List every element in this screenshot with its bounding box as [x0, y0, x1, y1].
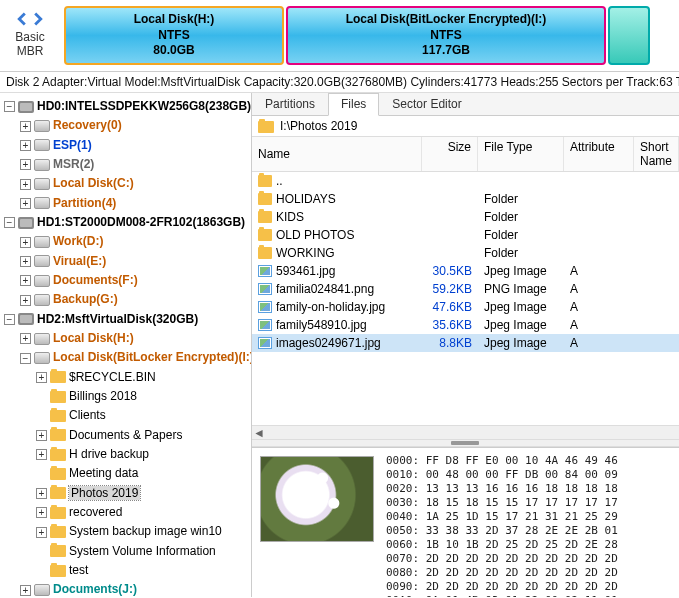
h-scrollbar[interactable]: ◄ [252, 425, 679, 439]
file-row[interactable]: familia024841.png59.2KBPNG ImageA [252, 280, 679, 298]
expander-icon[interactable] [36, 411, 47, 422]
expander-icon[interactable]: + [36, 488, 47, 499]
tree-item[interactable]: Documents & Papers [69, 428, 182, 442]
tab-files[interactable]: Files [328, 93, 379, 116]
path-bar[interactable]: I:\Photos 2019 [252, 116, 679, 137]
image-icon [258, 265, 272, 277]
col-attr[interactable]: Attribute [564, 137, 634, 171]
expander-icon[interactable] [36, 391, 47, 402]
file-type: Folder [478, 191, 564, 207]
expander-icon[interactable] [36, 469, 47, 480]
expander-icon[interactable]: + [36, 372, 47, 383]
file-list[interactable]: ..HOLIDAYSFolderKIDSFolderOLD PHOTOSFold… [252, 172, 679, 425]
disk-icon [18, 313, 34, 325]
volume-icon [34, 139, 50, 151]
tree-item[interactable]: MSR(2) [53, 157, 94, 171]
grip-icon [451, 441, 479, 445]
expander-icon[interactable]: + [20, 275, 31, 286]
tree-item[interactable]: Local Disk(C:) [53, 177, 134, 191]
file-type [478, 173, 564, 189]
tab-sector-editor[interactable]: Sector Editor [379, 93, 474, 115]
tree-item[interactable]: Clients [69, 409, 106, 423]
file-row[interactable]: .. [252, 172, 679, 190]
partition-i[interactable]: Local Disk(BitLocker Encrypted)(I:)NTFS1… [286, 6, 606, 65]
tree-hd0[interactable]: HD0:INTELSSDPEKKW256G8(238GB) [37, 99, 251, 113]
file-row[interactable]: HOLIDAYSFolder [252, 190, 679, 208]
file-row[interactable]: family548910.jpg35.6KBJpeg ImageA [252, 316, 679, 334]
tree-hd2[interactable]: HD2:MsftVirtualDisk(320GB) [37, 312, 198, 326]
col-size[interactable]: Size [422, 137, 478, 171]
partition-h[interactable]: Local Disk(H:)NTFS80.0GB [64, 6, 284, 65]
col-short[interactable]: Short Name [634, 137, 679, 171]
device-tree[interactable]: −HD0:INTELSSDPEKKW256G8(238GB) +Recovery… [0, 93, 252, 597]
expander-icon[interactable]: − [4, 314, 15, 325]
expander-icon[interactable]: − [20, 353, 31, 364]
file-row[interactable]: KIDSFolder [252, 208, 679, 226]
file-size: 30.5KB [422, 263, 478, 279]
file-type: PNG Image [478, 281, 564, 297]
expander-icon[interactable]: − [4, 101, 15, 112]
expander-icon[interactable]: + [20, 198, 31, 209]
tree-item[interactable]: $RECYCLE.BIN [69, 370, 156, 384]
tree-vol-i[interactable]: Local Disk(BitLocker Encrypted)(I:) [53, 351, 252, 365]
tree-hd1[interactable]: HD1:ST2000DM008-2FR102(1863GB) [37, 215, 245, 229]
file-type: Jpeg Image [478, 299, 564, 315]
folder-icon [50, 449, 66, 461]
folder-icon [50, 371, 66, 383]
expander-icon[interactable]: + [36, 430, 47, 441]
volume-icon [34, 584, 50, 596]
expander-icon[interactable]: − [4, 217, 15, 228]
scroll-left-icon[interactable]: ◄ [252, 427, 266, 439]
tree-item[interactable]: Partition(4) [53, 196, 116, 210]
hex-view[interactable]: 0000: FF D8 FF E0 00 10 4A 46 49 46 0010… [382, 448, 679, 597]
expander-icon[interactable]: + [20, 159, 31, 170]
file-row[interactable]: WORKINGFolder [252, 244, 679, 262]
file-name: .. [276, 174, 283, 188]
tree-item[interactable]: Recovery(0) [53, 119, 122, 133]
expander-icon[interactable] [36, 565, 47, 576]
tree-item[interactable]: Photos 2019 [69, 486, 140, 500]
expander-icon[interactable]: + [20, 140, 31, 151]
expander-icon[interactable]: + [20, 333, 31, 344]
col-name[interactable]: Name [252, 137, 422, 171]
col-type[interactable]: File Type [478, 137, 564, 171]
forward-button[interactable] [31, 12, 45, 29]
tree-item[interactable]: Documents(F:) [53, 273, 138, 287]
partition-extra[interactable] [608, 6, 650, 65]
tab-partitions[interactable]: Partitions [252, 93, 328, 115]
expander-icon[interactable]: + [20, 237, 31, 248]
expander-icon[interactable]: + [20, 179, 31, 190]
file-name: familia024841.png [276, 282, 374, 296]
tree-vol-h[interactable]: Local Disk(H:) [53, 331, 134, 345]
disk-info-bar: Disk 2 Adapter:Virtual Model:MsftVirtual… [0, 72, 679, 93]
tree-item[interactable]: Virual(E:) [53, 254, 106, 268]
tree-item[interactable]: Billings 2018 [69, 389, 137, 403]
tree-item[interactable]: ESP(1) [53, 138, 92, 152]
expander-icon[interactable]: + [20, 121, 31, 132]
back-button[interactable] [15, 12, 29, 29]
expander-icon[interactable]: + [36, 507, 47, 518]
tree-item[interactable]: recovered [69, 505, 122, 519]
expander-icon[interactable] [36, 546, 47, 557]
tree-item[interactable]: test [69, 563, 88, 577]
expander-icon[interactable]: + [20, 585, 31, 596]
expander-icon[interactable]: + [20, 256, 31, 267]
volume-icon [34, 294, 50, 306]
tree-item[interactable]: Backup(G:) [53, 293, 118, 307]
expander-icon[interactable]: + [36, 527, 47, 538]
tree-item[interactable]: System Volume Information [69, 544, 216, 558]
file-row[interactable]: 593461.jpg30.5KBJpeg ImageA [252, 262, 679, 280]
tree-item[interactable]: System backup image win10 [69, 525, 222, 539]
splitter[interactable] [252, 439, 679, 447]
tree-item[interactable]: Work(D:) [53, 235, 103, 249]
file-size: 8.8KB [422, 335, 478, 351]
file-row[interactable]: images0249671.jpg8.8KBJpeg ImageA [252, 334, 679, 352]
file-row[interactable]: OLD PHOTOSFolder [252, 226, 679, 244]
file-row[interactable]: family-on-holiday.jpg47.6KBJpeg ImageA [252, 298, 679, 316]
expander-icon[interactable]: + [20, 295, 31, 306]
tree-item[interactable]: Meeting data [69, 467, 138, 481]
tree-item[interactable]: H drive backup [69, 447, 149, 461]
tree-vol-j[interactable]: Documents(J:) [53, 583, 137, 597]
file-attr: A [564, 263, 634, 279]
expander-icon[interactable]: + [36, 449, 47, 460]
